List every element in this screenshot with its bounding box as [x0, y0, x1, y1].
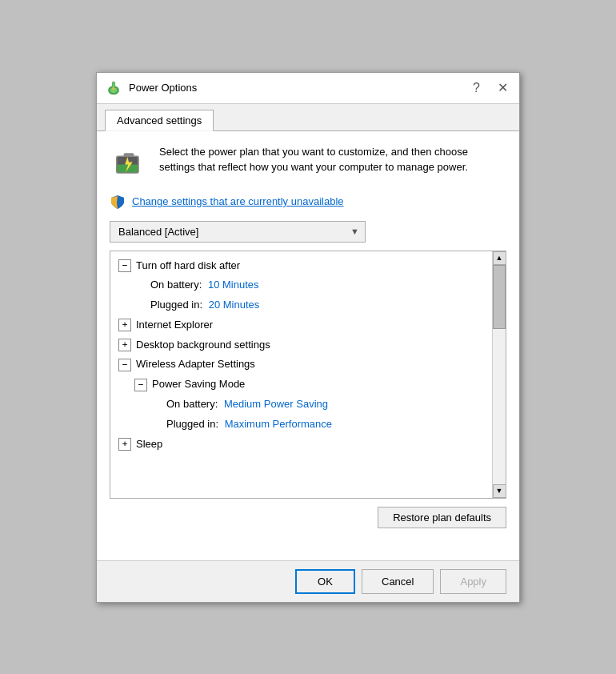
- tree-item-sleep: + Sleep: [110, 435, 492, 455]
- tree-item-plugged-in-disk: Plugged in: 20 Minutes: [110, 295, 492, 315]
- scroll-up-btn[interactable]: ▲: [493, 251, 506, 265]
- settings-tree: − Turn off hard disk after On battery: 1…: [110, 251, 506, 499]
- cancel-button[interactable]: Cancel: [362, 569, 434, 594]
- change-link-row: Change settings that are currently unava…: [110, 194, 506, 210]
- apply-button[interactable]: Apply: [440, 569, 506, 594]
- svg-rect-5: [124, 153, 134, 157]
- scroll-down-btn[interactable]: ▼: [493, 484, 506, 498]
- title-bar: Power Options ? ✕: [97, 73, 519, 104]
- dialog-footer: OK Cancel Apply: [97, 560, 519, 602]
- description-row: Select the power plan that you want to c…: [110, 144, 506, 183]
- tree-item-turn-off-disk: − Turn off hard disk after: [110, 256, 492, 276]
- collapse-power-saving-mode-btn[interactable]: −: [134, 379, 147, 391]
- tab-bar: Advanced settings: [97, 104, 519, 131]
- content-area: Select the power plan that you want to c…: [97, 131, 519, 560]
- tree-item-wireless-adapter: − Wireless Adapter Settings: [110, 355, 492, 375]
- expand-desktop-background-btn[interactable]: +: [118, 339, 131, 351]
- close-button[interactable]: ✕: [494, 80, 511, 96]
- expand-sleep-btn[interactable]: +: [118, 438, 131, 451]
- power-options-dialog: Power Options ? ✕ Advanced settings Sele…: [96, 72, 520, 603]
- ok-button[interactable]: OK: [295, 569, 355, 594]
- tree-content: − Turn off hard disk after On battery: 1…: [110, 251, 492, 498]
- restore-row: Restore plan defaults: [110, 507, 506, 536]
- window-title: Power Options: [129, 82, 197, 94]
- power-plan-dropdown-wrapper[interactable]: Balanced [Active] Power saver High perfo…: [110, 221, 366, 243]
- title-bar-left: Power Options: [105, 79, 197, 97]
- description-text: Select the power plan that you want to c…: [159, 144, 506, 175]
- battery-icon: [110, 144, 148, 183]
- collapse-turn-off-disk-btn[interactable]: −: [118, 259, 131, 272]
- help-button[interactable]: ?: [470, 80, 483, 96]
- tree-item-plugged-in-wireless: Plugged in: Maximum Performance: [110, 415, 492, 435]
- tree-item-on-battery-disk: On battery: 10 Minutes: [110, 275, 492, 295]
- restore-plan-defaults-button[interactable]: Restore plan defaults: [378, 507, 506, 528]
- tree-item-power-saving-mode: − Power Saving Mode: [110, 375, 492, 395]
- scroll-thumb-area: [493, 265, 506, 484]
- tree-scrollbar: ▲ ▼: [492, 251, 506, 498]
- change-settings-link[interactable]: Change settings that are currently unava…: [132, 195, 344, 207]
- tree-item-internet-explorer: + Internet Explorer: [110, 315, 492, 335]
- expand-internet-explorer-btn[interactable]: +: [118, 319, 131, 331]
- tree-item-on-battery-wireless: On battery: Medium Power Saving: [110, 395, 492, 415]
- collapse-wireless-adapter-btn[interactable]: −: [118, 359, 131, 371]
- scroll-thumb[interactable]: [493, 265, 506, 329]
- shield-icon: [110, 194, 126, 210]
- power-plan-select[interactable]: Balanced [Active] Power saver High perfo…: [110, 221, 366, 243]
- tree-item-desktop-background: + Desktop background settings: [110, 335, 492, 355]
- title-bar-right: ? ✕: [470, 80, 511, 96]
- tab-advanced-settings[interactable]: Advanced settings: [105, 110, 214, 131]
- dropdown-row: Balanced [Active] Power saver High perfo…: [110, 221, 506, 243]
- power-options-icon: [105, 79, 122, 97]
